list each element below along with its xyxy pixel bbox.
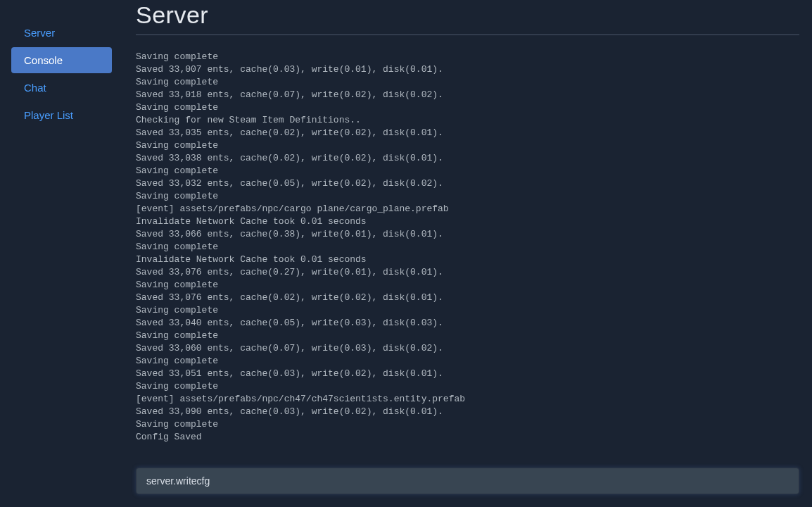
sidebar-nav: Server Console Chat Player List (0, 0, 123, 507)
sidebar-item-chat[interactable]: Chat (11, 75, 112, 101)
sidebar-item-player-list[interactable]: Player List (11, 102, 112, 128)
sidebar-item-console[interactable]: Console (11, 47, 112, 73)
console-scroll-area[interactable]: Saving complete Saved 33,007 ents, cache… (136, 51, 799, 456)
header-divider (136, 35, 799, 35)
main-panel: Server Saving complete Saved 33,007 ents… (123, 0, 812, 507)
page-title: Server (136, 1, 799, 29)
command-input[interactable] (136, 468, 799, 494)
page-header: Server (136, 0, 799, 35)
sidebar-item-server[interactable]: Server (11, 20, 112, 46)
console-panel: Saving complete Saved 33,007 ents, cache… (136, 51, 799, 494)
console-output: Saving complete Saved 33,007 ents, cache… (136, 51, 797, 444)
